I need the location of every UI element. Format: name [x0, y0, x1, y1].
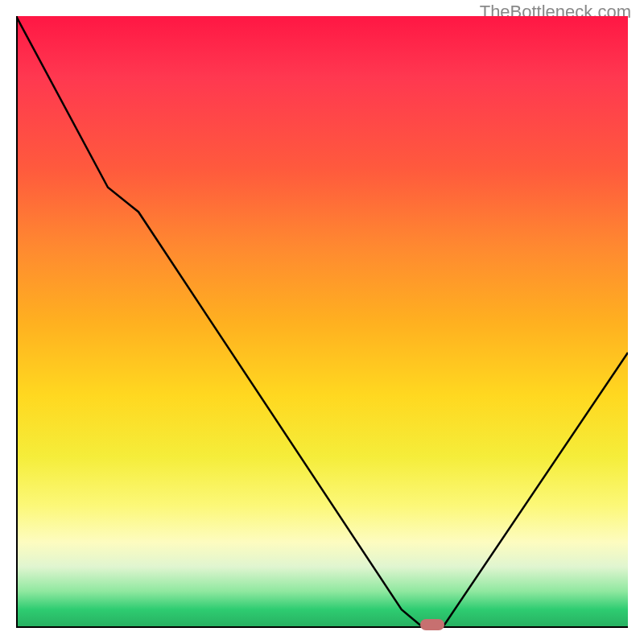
optimal-point-marker [420, 619, 444, 630]
chart-background-gradient [16, 16, 628, 628]
x-axis-line [16, 626, 628, 628]
y-axis-line [16, 16, 18, 628]
